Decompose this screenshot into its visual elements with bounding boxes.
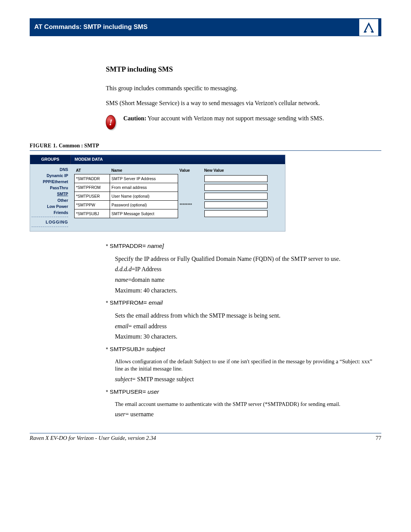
footer-text: Raven X EV-DO for Verizon - User Guide, … xyxy=(30,435,156,441)
table-header-row: AT Name Value New Value xyxy=(75,166,281,174)
cell-at: *SMTPADDR xyxy=(75,174,110,183)
sidebar-separator xyxy=(32,217,68,218)
intro-paragraph-2: SMS (Short Message Service) is a way to … xyxy=(106,99,381,107)
cmd-heading: * SMTPADDR= name] xyxy=(106,242,381,250)
caution-body: Your account with Verizon may not suppor… xyxy=(146,115,324,121)
groups-sidebar: DNS Dynamic IP PPP/Ethernet PassThru SMT… xyxy=(30,164,70,231)
figure-caption-text: Common : SMTP xyxy=(57,143,99,149)
cell-new-value xyxy=(203,209,281,218)
table-row: *SMTPPW Password (optional) ******** xyxy=(75,200,281,209)
brand-logo-icon xyxy=(362,21,375,34)
figure-caption: FIGURE 1. Common : SMTP xyxy=(30,142,381,150)
cmd-heading: * SMTPFROM= email xyxy=(106,299,381,307)
page-footer: Raven X EV-DO for Verizon - User Guide, … xyxy=(30,433,381,441)
groups-header: GROUPS xyxy=(30,155,70,164)
cell-value xyxy=(178,192,203,200)
cmd-arg: subject xyxy=(146,346,165,352)
cell-value xyxy=(178,209,203,218)
cmd-body: Allows configuration of the default Subj… xyxy=(106,358,381,383)
sidebar-item-dns[interactable]: DNS xyxy=(32,166,68,173)
cell-new-value xyxy=(203,200,281,209)
new-value-input[interactable] xyxy=(204,210,268,217)
cell-new-value xyxy=(203,183,281,192)
cmd-desc: Specify the IP address or Fully Qualifie… xyxy=(115,255,381,263)
sidebar-item-dynamic-ip[interactable]: Dynamic IP xyxy=(32,173,68,179)
intro-paragraph-1: This group includes commands specific to… xyxy=(106,84,381,93)
cell-value xyxy=(178,183,203,192)
cell-new-value xyxy=(203,174,281,183)
cmd-note: Maximum: 40 characters. xyxy=(115,286,381,295)
sidebar-item-ppp-ethernet[interactable]: PPP/Ethernet xyxy=(32,179,68,185)
cmd-desc: Sets the email address from which the SM… xyxy=(115,312,381,320)
sidebar-item-friends[interactable]: Friends xyxy=(32,209,68,216)
caution-block: ! Caution: Your account with Verizon may… xyxy=(106,114,381,131)
page: AT Commands: SMTP including SMS SMTP inc… xyxy=(0,0,411,453)
sidebar-item-smtp[interactable]: SMTP xyxy=(32,191,68,197)
section-title: SMTP including SMS xyxy=(106,64,381,74)
cmd-name: * SMTPFROM= xyxy=(106,299,148,306)
new-value-input[interactable] xyxy=(204,184,268,191)
modem-data-header: MODEM DATA xyxy=(70,155,285,164)
caution-text: Caution: Your account with Verizon may n… xyxy=(123,114,324,123)
cell-value: ******** xyxy=(178,200,203,209)
col-value: Value xyxy=(178,166,203,174)
cmd-name: * SMTPADDR= xyxy=(106,243,148,249)
cell-at: *SMTPFROM xyxy=(75,183,110,192)
cmd-arg: email xyxy=(148,299,162,306)
new-value-input[interactable] xyxy=(204,193,268,200)
cmd-desc: The email account username to authentica… xyxy=(115,401,381,408)
new-value-input[interactable] xyxy=(204,201,268,208)
cmd-param: d.d.d.d=IP Address xyxy=(115,265,381,273)
panel-body: DNS Dynamic IP PPP/Ethernet PassThru SMT… xyxy=(30,164,285,231)
settings-table: AT Name Value New Value *SMTPADDR SMTP S… xyxy=(70,164,285,231)
figure-rule xyxy=(30,150,381,151)
table-row: *SMTPUSER User Name (optional) xyxy=(75,192,281,200)
figure-label: FIGURE 1. xyxy=(30,143,57,149)
cell-at: *SMTPUSER xyxy=(75,192,110,200)
header-title: AT Commands: SMTP including SMS xyxy=(34,23,148,31)
cmd-body: Sets the email address from which the SM… xyxy=(106,312,381,341)
cmd-arg: user xyxy=(148,388,159,395)
col-at: AT xyxy=(75,166,110,174)
header-bar: AT Commands: SMTP including SMS xyxy=(30,18,381,36)
cmd-param: name=domain name xyxy=(115,276,381,284)
cmd-smtpsubj: * SMTPSUBJ= subject Allows configuration… xyxy=(106,345,381,383)
cmd-name: * SMTPSUBJ= xyxy=(106,346,146,352)
cmd-desc: Allows configuration of the default Subj… xyxy=(115,358,381,373)
cell-name: User Name (optional) xyxy=(110,192,178,200)
cell-name: Password (optional) xyxy=(110,200,178,209)
cell-at: *SMTPSUBJ xyxy=(75,209,110,218)
cell-name: From email address xyxy=(110,183,178,192)
sidebar-item-logging[interactable]: LOGGING xyxy=(32,219,68,225)
cmd-heading: * SMTPSUBJ= subject xyxy=(106,345,381,353)
cmd-body: The email account username to authentica… xyxy=(106,401,381,419)
cmd-smtpfrom: * SMTPFROM= email Sets the email address… xyxy=(106,299,381,341)
sidebar-item-low-power[interactable]: Low Power xyxy=(32,203,68,209)
cell-value xyxy=(178,174,203,183)
col-name: Name xyxy=(110,166,178,174)
table-row: *SMTPFROM From email address xyxy=(75,183,281,192)
panel-header: GROUPS MODEM DATA xyxy=(30,155,285,164)
content-area: SMTP including SMS This group includes c… xyxy=(30,36,381,419)
cmd-smtpaddr: * SMTPADDR= name] Specify the IP address… xyxy=(106,242,381,294)
table-row: *SMTPADDR SMTP Server IP Address xyxy=(75,174,281,183)
sidebar-item-passthru[interactable]: PassThru xyxy=(32,185,68,191)
cmd-name: * SMTPUSER= xyxy=(106,388,148,395)
sidebar-item-other[interactable]: Other xyxy=(32,197,68,203)
modem-config-panel: GROUPS MODEM DATA DNS Dynamic IP PPP/Eth… xyxy=(30,155,285,232)
cmd-param: user= username xyxy=(115,410,381,419)
page-number: 77 xyxy=(376,435,381,441)
cmd-body: Specify the IP address or Fully Qualifie… xyxy=(106,255,381,294)
cmd-arg: name] xyxy=(148,243,164,249)
cmd-param: subject= SMTP message subject xyxy=(115,375,381,383)
cell-new-value xyxy=(203,192,281,200)
cmd-heading: * SMTPUSER= user xyxy=(106,388,381,396)
cmd-smtpuser: * SMTPUSER= user The email account usern… xyxy=(106,388,381,419)
cell-name: SMTP Server IP Address xyxy=(110,174,178,183)
sidebar-separator xyxy=(32,227,68,228)
cmd-param: email= email address xyxy=(115,322,381,331)
new-value-input[interactable] xyxy=(204,175,268,182)
cell-at: *SMTPPW xyxy=(75,200,110,209)
warning-icon: ! xyxy=(106,115,116,131)
cell-name: SMTP Message Subject xyxy=(110,209,178,218)
